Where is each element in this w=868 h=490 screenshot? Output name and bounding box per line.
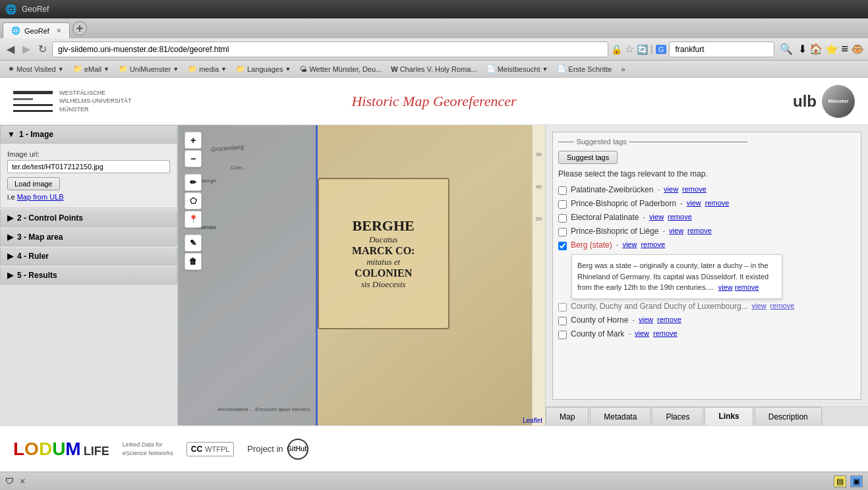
draw-marker-button[interactable]: 📍 bbox=[185, 211, 202, 228]
tag-view-7[interactable]: view bbox=[639, 315, 653, 323]
tab-links[interactable]: Links bbox=[705, 407, 753, 425]
map-from-ulb-link[interactable]: Map from ULB bbox=[17, 193, 64, 201]
close-status-icon[interactable]: ✕ bbox=[19, 477, 26, 486]
menu-icon[interactable]: ≡ bbox=[841, 42, 848, 56]
tag-remove-2[interactable]: remove bbox=[705, 199, 730, 207]
bookmark-wetter[interactable]: 🌤 Wetter Münster, Deu... bbox=[296, 64, 386, 74]
bookmark-more[interactable]: » bbox=[617, 64, 629, 74]
tag-view-3[interactable]: view bbox=[649, 213, 664, 221]
load-image-button[interactable]: Load image bbox=[7, 177, 60, 190]
address-bar[interactable] bbox=[52, 41, 608, 57]
tag-checkbox-2[interactable] bbox=[558, 200, 567, 209]
suggested-tags-legend-label: ─── bbox=[558, 138, 573, 146]
monkey-icon[interactable]: 🐵 bbox=[851, 43, 864, 55]
home-icon[interactable]: 🏠 bbox=[809, 43, 823, 55]
adblock-icon[interactable]: 🛡 bbox=[5, 476, 14, 486]
tag-row-8: County of Mark - view remove bbox=[558, 329, 855, 339]
bookmark-wetter-icon: 🌤 bbox=[300, 65, 307, 73]
star-icon[interactable]: ☆ bbox=[625, 43, 634, 55]
bookmark-erste-schritte[interactable]: 📄 Erste Schritte bbox=[553, 63, 616, 74]
refresh-button[interactable]: ↻ bbox=[36, 41, 49, 57]
delete-button[interactable]: 🗑 bbox=[185, 253, 202, 270]
section-header-map-area[interactable]: ▶ 3 - Map area bbox=[0, 229, 177, 246]
draw-line-button[interactable]: ✏ bbox=[185, 174, 202, 191]
tag-sep-2: - bbox=[680, 199, 683, 207]
bookmark-erste-schritte-icon: 📄 bbox=[557, 65, 566, 73]
tag-tooltip-view-5[interactable]: view bbox=[718, 283, 733, 291]
tag-view-8[interactable]: view bbox=[635, 329, 649, 337]
tag-tooltip-remove-5[interactable]: remove bbox=[735, 283, 759, 291]
tag-checkbox-3[interactable] bbox=[558, 214, 567, 223]
bookmark-languages[interactable]: 📁 Languages ▼ bbox=[232, 63, 295, 74]
bookmark-media-icon: 📁 bbox=[188, 65, 197, 73]
tab-description[interactable]: Description bbox=[755, 407, 822, 425]
refresh-icon2[interactable]: 🔄 bbox=[637, 44, 648, 55]
section-header-ruler[interactable]: ▶ 4 - Ruler bbox=[0, 248, 177, 265]
tag-checkbox-6[interactable] bbox=[558, 303, 567, 312]
window-icon[interactable]: ▣ bbox=[850, 476, 863, 487]
section-header-results[interactable]: ▶ 5 - Results bbox=[0, 267, 177, 285]
bookmark-most-visited[interactable]: ★ Most Visited ▼ bbox=[4, 63, 68, 74]
section-header-image[interactable]: ▼ 1 - Image bbox=[0, 125, 177, 144]
tag-checkbox-5[interactable] bbox=[558, 242, 567, 250]
tag-remove-6[interactable]: remove bbox=[770, 302, 795, 310]
image-url-label: Image url: bbox=[7, 150, 170, 158]
bookmark-meistbesucht[interactable]: 📄 Meistbesucht ▼ bbox=[482, 63, 552, 74]
bookmark-languages-label: Languages bbox=[247, 65, 283, 73]
tag-remove-5[interactable]: remove bbox=[641, 240, 665, 248]
tag-view-5[interactable]: view bbox=[622, 240, 637, 248]
tag-checkbox-8[interactable] bbox=[558, 331, 567, 339]
zoom-in-button[interactable]: + bbox=[185, 132, 202, 149]
extensions-icon[interactable]: ⭐ bbox=[825, 43, 838, 55]
lodum-d: D bbox=[39, 439, 52, 460]
tag-remove-1[interactable]: remove bbox=[682, 185, 707, 193]
tag-view-6[interactable]: view bbox=[752, 302, 767, 310]
tag-view-2[interactable]: view bbox=[687, 199, 701, 207]
ulb-logo: ulb Münster bbox=[793, 85, 855, 118]
tag-checkbox-1[interactable] bbox=[558, 186, 567, 195]
map-area[interactable]: Groctenberg Com... ssenburgh Hanaw Amste… bbox=[178, 125, 545, 425]
map-cartouche: BERGHE Ducatus MARCK CO: mitatus et COLO… bbox=[318, 178, 449, 329]
bookmark-unimuenster-icon: 📁 bbox=[119, 65, 128, 73]
back-button[interactable]: ◀ bbox=[4, 41, 17, 57]
tag-checkbox-7[interactable] bbox=[558, 317, 567, 325]
map-controls: + − ✏ ⬠ 📍 ✎ 🗑 bbox=[185, 132, 202, 270]
image-url-input[interactable] bbox=[7, 160, 170, 173]
tag-name-1: Palatinate-Zweibrücken bbox=[571, 185, 653, 194]
leaflet-link[interactable]: Leaflet bbox=[523, 417, 542, 424]
section-header-control-points[interactable]: ▶ 2 - Control Points bbox=[0, 209, 177, 227]
bottom-tabs: Map Metadata Places Links Description bbox=[546, 406, 868, 425]
bookmark-charles-icon: W bbox=[391, 65, 397, 73]
tab-map[interactable]: Map bbox=[546, 407, 589, 425]
tag-view-4[interactable]: view bbox=[669, 227, 683, 234]
tag-view-1[interactable]: view bbox=[664, 185, 678, 193]
github-icon[interactable]: GitHub bbox=[287, 439, 308, 460]
suggest-tags-button[interactable]: Suggest tags bbox=[558, 151, 618, 164]
bookmark-media[interactable]: 📁 media ▼ bbox=[184, 63, 231, 74]
tag-remove-8[interactable]: remove bbox=[653, 329, 678, 337]
forward-button[interactable]: ▶ bbox=[20, 41, 33, 57]
download-icon[interactable]: ⬇ bbox=[798, 43, 807, 55]
tag-checkbox-4[interactable] bbox=[558, 228, 567, 236]
draw-polygon-button[interactable]: ⬠ bbox=[185, 192, 202, 209]
search-button[interactable]: 🔍 bbox=[777, 41, 796, 57]
tab-metadata[interactable]: Metadata bbox=[590, 407, 651, 425]
tag-remove-4[interactable]: remove bbox=[687, 227, 712, 234]
bookmark-charles[interactable]: W Charles V, Holy Roma... bbox=[387, 64, 480, 74]
new-tab-button[interactable]: + bbox=[72, 21, 87, 36]
active-tab[interactable]: 🌐 GeoRef ✕ bbox=[3, 22, 70, 38]
search-input[interactable] bbox=[669, 41, 774, 57]
tag-name-6: County, Duchy and Grand Duchy of Luxembo… bbox=[571, 302, 748, 311]
edit-button[interactable]: ✎ bbox=[185, 234, 202, 252]
bookmark-unimuenster[interactable]: 📁 UniMuenster ▼ bbox=[115, 63, 183, 74]
monitor-icon[interactable]: ▤ bbox=[834, 476, 846, 487]
bookmarks-bar: ★ Most Visited ▼ 📁 eMail ▼ 📁 UniMuenster… bbox=[0, 61, 868, 78]
tag-remove-7[interactable]: remove bbox=[657, 315, 681, 323]
tag-remove-3[interactable]: remove bbox=[668, 213, 692, 221]
bookmark-email[interactable]: 📁 eMail ▼ bbox=[69, 63, 113, 74]
tab-places[interactable]: Places bbox=[652, 407, 703, 425]
section-label-map-area: 3 - Map area bbox=[17, 232, 63, 242]
zoom-out-button[interactable]: − bbox=[185, 150, 202, 167]
tag-sep-4: - bbox=[662, 227, 665, 234]
tab-close-icon[interactable]: ✕ bbox=[56, 27, 61, 34]
